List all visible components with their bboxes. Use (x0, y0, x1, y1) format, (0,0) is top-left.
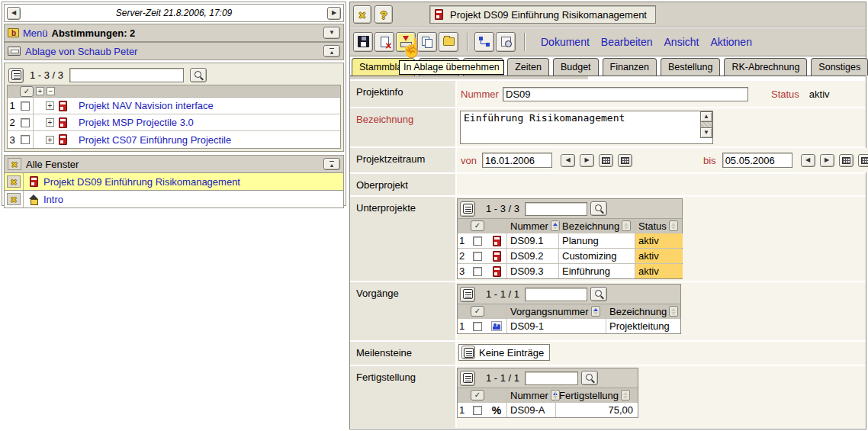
scroll-up-button[interactable]: ▲ (700, 111, 712, 122)
calendar-button[interactable] (618, 154, 632, 167)
ablage-search-input[interactable] (69, 68, 184, 82)
close-all-windows-button[interactable]: × (8, 158, 21, 170)
open-window-item[interactable]: × Intro (4, 191, 344, 208)
close-window-button[interactable]: × (7, 193, 21, 205)
history-button[interactable] (496, 32, 516, 52)
expand-all-button[interactable]: + (36, 87, 44, 95)
menu-link[interactable]: Menü (23, 27, 48, 39)
row-checkbox[interactable] (21, 101, 30, 111)
form-row-projektinfo: Projektinfo Nummer Status aktiv (350, 81, 866, 107)
list-menu-button[interactable] (460, 201, 475, 217)
calendar-button[interactable] (858, 154, 868, 167)
table-search-input[interactable] (525, 288, 587, 301)
menu-expand-button[interactable]: ▼ (323, 27, 340, 39)
search-icon (585, 373, 595, 383)
table-search-button[interactable] (590, 201, 607, 216)
tab-bestellung[interactable]: Bestellung (661, 58, 720, 76)
calendar-button[interactable] (839, 154, 854, 167)
menu-bar: Menü Abstimmungen: 2 ▼ (4, 24, 344, 42)
date-next-button[interactable]: ▶ (580, 154, 594, 167)
list-menu-button[interactable] (460, 371, 475, 386)
scroll-down-button[interactable]: ▼ (700, 127, 712, 138)
scrollbar-thumb[interactable] (700, 122, 712, 127)
tab-sonstiges[interactable]: Sonstiges (811, 58, 868, 76)
workflow-button[interactable] (474, 32, 494, 52)
open-window-item[interactable]: × Projekt DS09 Einführung Risikomanageme… (4, 173, 344, 191)
tab-zeiten[interactable]: Zeiten (507, 58, 549, 76)
select-all-button[interactable]: ✓ (20, 86, 34, 97)
list-menu-button[interactable] (460, 287, 475, 302)
ablage-collapse-button[interactable]: ▲ (323, 45, 340, 57)
row-checkbox[interactable] (21, 135, 30, 144)
menu-aktionen[interactable]: Aktionen (710, 36, 751, 48)
list-item: 3 + Projekt CS07 Einführung Projectile (8, 131, 340, 148)
table-search-input[interactable] (525, 371, 578, 385)
bis-date-input[interactable] (722, 153, 792, 168)
toolbar-separator (524, 33, 525, 51)
abstimmungen-count-label: Abstimmungen: 2 (52, 27, 136, 39)
table-row[interactable]: 2 DS09.2 Customizing aktiv (458, 248, 682, 263)
select-all-button[interactable]: ✓ (471, 306, 484, 317)
date-prev-button[interactable]: ◀ (801, 154, 815, 167)
tree-expand-button[interactable]: + (46, 118, 54, 127)
window-link[interactable]: Intro (43, 194, 63, 205)
sort-button[interactable] (622, 220, 631, 231)
tree-expand-button[interactable]: + (46, 101, 54, 110)
bezeichnung-textarea[interactable]: Einführung Risikomanagement (460, 111, 713, 144)
project-link[interactable]: Projekt MSP Projectile 3.0 (79, 117, 194, 128)
sort-button[interactable] (669, 306, 678, 317)
table-search-input[interactable] (525, 202, 587, 216)
table-search-button[interactable] (581, 371, 598, 385)
ablage-search-button[interactable] (190, 68, 207, 82)
close-window-button[interactable]: × (7, 175, 21, 188)
help-button[interactable]: ? (375, 5, 393, 24)
row-checkbox[interactable] (473, 406, 482, 415)
row-checkbox[interactable] (473, 236, 482, 246)
select-all-button[interactable]: ✓ (471, 390, 484, 400)
ablage-title-link[interactable]: Ablage von Schaub Peter (25, 46, 137, 57)
delete-document-button[interactable] (375, 32, 394, 52)
table-row[interactable]: 3 DS09.3 Einführung aktiv (458, 263, 682, 278)
delete-document-icon (381, 37, 389, 47)
scroll-right-button[interactable]: ▶ (327, 7, 341, 20)
fenster-collapse-button[interactable]: ▲ (323, 158, 340, 170)
window-title-bar: × ? Projekt DS09 Einführung Risikomanage… (350, 2, 866, 27)
nummer-input[interactable] (503, 87, 748, 101)
collapse-all-button[interactable]: − (47, 87, 55, 95)
row-checkbox[interactable] (473, 252, 482, 261)
status-cell: aktiv (635, 264, 683, 278)
tab-rk-abrechnung[interactable]: RK-Abrechnung (724, 58, 807, 76)
tab-finanzen[interactable]: Finanzen (603, 58, 657, 76)
table-search-button[interactable] (590, 287, 607, 301)
menu-ansicht[interactable]: Ansicht (664, 36, 699, 48)
open-folder-button[interactable] (439, 32, 458, 52)
list-menu-button[interactable] (8, 68, 24, 83)
close-window-button[interactable]: × (353, 5, 371, 24)
row-checkbox[interactable] (21, 118, 30, 127)
von-date-input[interactable] (482, 153, 552, 168)
table-row[interactable]: 1 % DS09-A 75,00 (458, 402, 638, 417)
project-link[interactable]: Projekt NAV Navision interface (79, 100, 214, 111)
sort-button[interactable] (591, 306, 600, 317)
window-link[interactable]: Projekt DS09 Einführung Risikomanagement (43, 176, 240, 188)
scroll-left-button[interactable]: ◀ (7, 7, 21, 20)
project-link[interactable]: Projekt CS07 Einführung Projectile (79, 134, 231, 146)
list-menu-button[interactable] (461, 346, 475, 359)
sort-button[interactable] (669, 220, 678, 231)
row-checkbox[interactable] (473, 267, 482, 276)
menu-bearbeiten[interactable]: Bearbeiten (601, 36, 653, 48)
tab-budget[interactable]: Budget (553, 58, 599, 76)
select-all-button[interactable]: ✓ (471, 220, 484, 231)
table-row[interactable]: 1 DS09-1 Projektleitung (458, 318, 680, 333)
nummer-label: Nummer (461, 88, 503, 100)
date-next-button[interactable]: ▶ (820, 154, 834, 167)
save-button[interactable] (353, 32, 373, 52)
row-checkbox[interactable] (473, 322, 482, 331)
status-label: Status (771, 88, 799, 100)
menu-dokument[interactable]: Dokument (541, 36, 590, 48)
table-row[interactable]: 1 DS09.1 Planung aktiv (458, 233, 682, 248)
sort-button[interactable] (621, 390, 630, 400)
tree-expand-button[interactable]: + (46, 136, 54, 144)
date-prev-button[interactable]: ◀ (561, 154, 575, 167)
calendar-button[interactable] (599, 154, 613, 167)
